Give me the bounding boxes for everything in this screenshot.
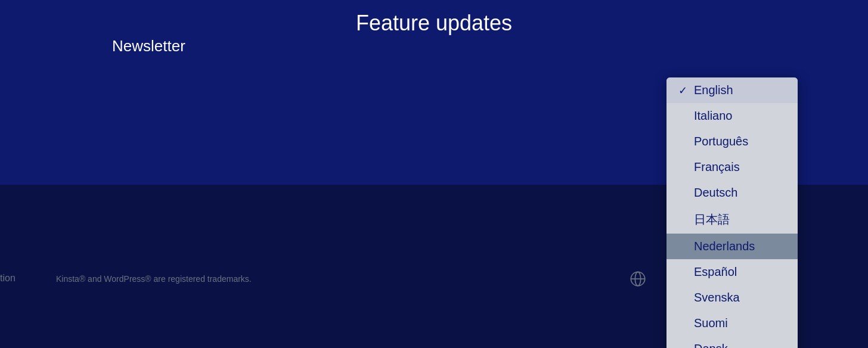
language-label: Dansk <box>694 342 728 348</box>
language-label: Português <box>694 135 748 148</box>
language-label: Nederlands <box>694 240 755 253</box>
footer-partial-text: tion <box>0 273 16 284</box>
language-label: Italiano <box>694 109 733 123</box>
language-option-dutch[interactable]: Nederlands <box>666 234 798 259</box>
language-option-swedish[interactable]: Svenska <box>666 285 798 310</box>
language-option-english[interactable]: ✓ English <box>666 77 798 103</box>
language-label: Svenska <box>694 291 740 304</box>
language-option-italiano[interactable]: Italiano <box>666 103 798 129</box>
language-option-finnish[interactable]: Suomi <box>666 310 798 336</box>
language-option-japanese[interactable]: 日本語 <box>666 206 798 234</box>
language-label: 日本語 <box>694 212 730 228</box>
language-label: Suomi <box>694 316 728 330</box>
language-option-portuguese[interactable]: Português <box>666 129 798 154</box>
language-dropdown[interactable]: ✓ English Italiano Português Français De… <box>666 77 798 348</box>
language-option-spanish[interactable]: Español <box>666 259 798 285</box>
globe-icon[interactable] <box>630 271 646 291</box>
language-label: English <box>694 83 733 97</box>
language-label: Español <box>694 265 737 279</box>
language-option-german[interactable]: Deutsch <box>666 180 798 206</box>
language-option-french[interactable]: Français <box>666 154 798 180</box>
language-label: Français <box>694 160 740 174</box>
feature-updates-title: Feature updates <box>356 11 512 36</box>
language-label: Deutsch <box>694 186 737 200</box>
newsletter-label: Newsletter <box>112 37 185 55</box>
checkmark-icon: ✓ <box>678 84 688 97</box>
language-option-danish[interactable]: Dansk <box>666 336 798 348</box>
footer-trademark-text: Kinsta® and WordPress® are registered tr… <box>56 274 252 284</box>
